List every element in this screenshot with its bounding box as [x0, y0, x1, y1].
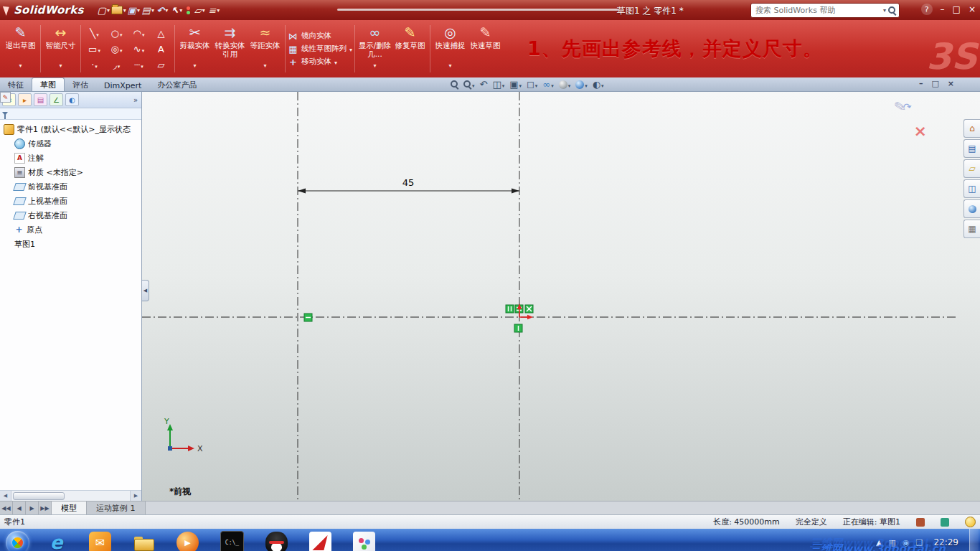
tree-item-origin[interactable]: 原点	[0, 222, 141, 237]
doc-restore-button[interactable]: □	[931, 79, 938, 88]
file-properties-button[interactable]: ▾	[207, 2, 221, 18]
file-explorer-taskbar-icon[interactable]	[133, 532, 155, 551]
search-input[interactable]	[754, 5, 881, 16]
scrollbar-thumb[interactable]	[13, 492, 65, 500]
view-settings-button[interactable]: ◐	[593, 79, 604, 90]
display-style-button[interactable]: ◻	[527, 79, 537, 90]
smart-dimension-button[interactable]: ↔ 智能尺寸	[43, 22, 78, 76]
display-manager-tab[interactable]: ◐	[65, 93, 79, 106]
tab-sketch[interactable]: 草图	[32, 77, 65, 91]
property-manager-tab[interactable]: ▸	[18, 93, 32, 106]
edit-appearance-button[interactable]	[559, 79, 571, 90]
open-document-button[interactable]: ▾	[111, 2, 126, 18]
tree-filter-bar[interactable]	[0, 108, 141, 120]
tab-evaluate[interactable]: 评估	[65, 78, 96, 91]
tree-item-sensors[interactable]: 传感器	[0, 136, 141, 151]
search-icon[interactable]	[888, 6, 896, 14]
tab-scroll-next-icon[interactable]: ▶	[26, 501, 39, 514]
panel-horizontal-scrollbar[interactable]: ◀ ▶	[0, 490, 141, 501]
tab-scroll-last-icon[interactable]: ▶▶	[39, 501, 52, 514]
mail-app-icon[interactable]	[89, 532, 111, 551]
quick-snaps-button[interactable]: ◎ 快速捕捉	[433, 22, 468, 76]
dropdown-icon[interactable]	[374, 60, 377, 70]
arc-tool-button[interactable]: ◠	[133, 28, 145, 39]
scroll-left-icon[interactable]: ◀	[0, 491, 11, 501]
point-tool-button[interactable]: ·	[91, 60, 98, 70]
tree-item-front-plane[interactable]: 前视基准面	[0, 179, 141, 194]
new-document-button[interactable]: ▾	[97, 2, 110, 18]
rapid-sketch-button[interactable]: ✎ 快速草图	[468, 22, 503, 76]
graphics-area[interactable]: 45	[142, 92, 980, 501]
save-button[interactable]: ▾	[127, 2, 141, 18]
close-button[interactable]: ×	[969, 4, 976, 14]
help-button[interactable]: ?	[921, 4, 933, 15]
status-help-icon[interactable]	[965, 517, 976, 527]
tree-item-top-plane[interactable]: 上视基准面	[0, 194, 141, 208]
print-button[interactable]: ▾	[141, 2, 155, 18]
scroll-right-icon[interactable]: ▶	[130, 491, 141, 501]
move-entities-button[interactable]: + 移动实体	[288, 57, 352, 67]
command-prompt-icon[interactable]	[220, 531, 244, 551]
apply-scene-button[interactable]	[575, 79, 588, 90]
options-button[interactable]: ▾	[193, 2, 207, 18]
status-icon-teal[interactable]	[941, 518, 949, 527]
select-button[interactable]: ▾	[170, 2, 184, 18]
tab-office-products[interactable]: 办公室产品	[149, 78, 204, 91]
circle-tool-button[interactable]: ○	[111, 28, 123, 39]
dropdown-icon[interactable]	[334, 57, 337, 66]
manager-overflow-chevron-icon[interactable]: »	[133, 96, 139, 104]
taskbar-clock[interactable]: 22:29	[929, 537, 963, 547]
appearances-icon[interactable]	[963, 199, 980, 218]
minimize-button[interactable]: –	[941, 4, 945, 14]
media-player-icon[interactable]	[176, 532, 199, 551]
dimxpert-manager-tab[interactable]: ∠	[50, 93, 63, 106]
design-library-icon[interactable]: ▤	[963, 139, 980, 158]
ellipse-tool-button[interactable]: ◎	[111, 44, 123, 55]
dropdown-icon[interactable]	[349, 44, 352, 53]
tab-dimxpert[interactable]: DimXpert	[96, 80, 149, 91]
tray-network-icon[interactable]: ▥	[889, 538, 896, 547]
model-tab[interactable]: 模型	[52, 501, 87, 514]
status-icon-red[interactable]	[916, 518, 925, 527]
zoom-fit-button[interactable]	[451, 80, 458, 88]
zoom-area-button[interactable]	[463, 79, 475, 90]
text-tool-button[interactable]: A	[158, 44, 164, 55]
spline-tool-button[interactable]: ∿	[133, 44, 144, 55]
configuration-manager-tab[interactable]: ▤	[34, 93, 47, 106]
internet-explorer-icon[interactable]	[45, 532, 67, 551]
line-tool-button[interactable]: ╲	[90, 28, 98, 39]
tab-scroll-first-icon[interactable]: ◀◀	[0, 501, 13, 514]
linear-sketch-pattern-button[interactable]: ▦ 线性草图阵列	[288, 44, 352, 55]
help-search-box[interactable]: ▾	[750, 3, 900, 18]
paint-app-icon[interactable]	[353, 532, 375, 551]
exit-sketch-button[interactable]: ✎ 退出草图	[3, 22, 38, 76]
collapsed-menu-bar[interactable]	[337, 9, 618, 11]
custom-properties-icon[interactable]: ▦	[963, 220, 980, 238]
mirror-entities-button[interactable]: ⋈ 镜向实体	[288, 31, 352, 42]
tree-item-material[interactable]: 材质 <未指定>	[0, 165, 141, 179]
rebuild-indicator-icon[interactable]	[187, 6, 190, 14]
tray-expand-icon[interactable]: ▲	[876, 538, 882, 547]
motion-study-tab[interactable]: 运动算例 1	[87, 501, 146, 514]
convert-entities-button[interactable]: ⇉ 转换实体引用	[212, 22, 248, 76]
file-explorer-icon[interactable]: ▱	[963, 159, 980, 178]
offset-entities-button[interactable]: ≈ 等距实体	[248, 22, 283, 76]
dropdown-icon[interactable]	[449, 60, 452, 70]
sketch-canvas[interactable]: 45	[142, 92, 980, 501]
previous-view-button[interactable]: ↶	[480, 79, 488, 90]
fillet-tool-button[interactable]: ◞	[113, 60, 121, 70]
dropdown-icon[interactable]	[19, 60, 22, 70]
tree-item-part[interactable]: 零件1 (默认<<默认>_显示状态	[0, 122, 141, 136]
tray-volume-icon[interactable]: ◉	[903, 538, 910, 547]
cancel-sketch-icon[interactable]: ×	[914, 122, 927, 140]
doc-close-button[interactable]: ×	[948, 79, 954, 88]
tree-item-right-plane[interactable]: 右视基准面	[0, 208, 141, 222]
dropdown-icon[interactable]	[59, 60, 62, 70]
tree-item-annotations[interactable]: 注解	[0, 151, 141, 165]
sketch-confirmation-icon[interactable]: ✎↷	[892, 96, 913, 116]
section-view-button[interactable]: ◫	[492, 79, 504, 90]
resources-home-icon[interactable]: ⌂	[963, 119, 980, 138]
view-orientation-button[interactable]: ▣	[509, 79, 522, 90]
dropdown-icon[interactable]	[263, 60, 266, 70]
hide-show-items-button[interactable]: ∞	[542, 79, 553, 90]
